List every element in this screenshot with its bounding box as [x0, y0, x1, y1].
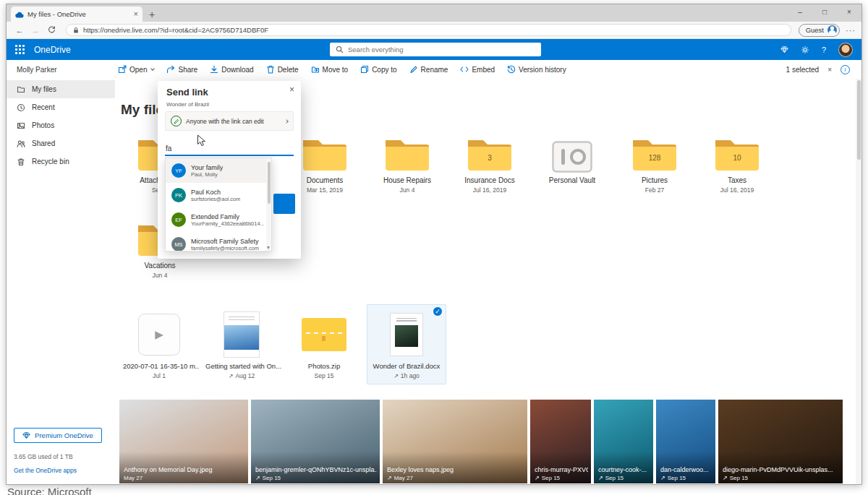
suggestion-item[interactable]: YF Your family Paul, Molly — [166, 158, 271, 183]
toolbar-button-icon — [360, 65, 369, 74]
suggestion-item[interactable]: PK Paul Koch surfstories@aol.com — [166, 183, 271, 207]
photo-date: Sep 15 — [542, 475, 560, 481]
app-launcher-icon[interactable] — [15, 45, 25, 54]
toolbar-button[interactable]: Copy to — [360, 65, 396, 74]
tab-close-icon[interactable]: × — [134, 10, 138, 18]
selection-status: 1 selected × i — [786, 65, 850, 74]
file-date: Jul 1 — [153, 372, 166, 379]
account-avatar[interactable] — [838, 43, 853, 57]
photo-tile[interactable]: Anthony on Memorial Day.jpeg May 27 — [119, 400, 248, 483]
new-tab-button[interactable]: + — [149, 9, 155, 20]
shared-icon — [255, 475, 260, 481]
sidebar-item-icon — [17, 121, 25, 130]
photo-meta: Sep 15 — [255, 475, 281, 481]
scrollbar-thumb[interactable] — [857, 80, 861, 160]
maximize-button[interactable]: □ — [812, 4, 837, 21]
dropdown-scrollbar[interactable] — [266, 158, 271, 251]
folder-tile[interactable]: 128 Pictures Feb 27 — [614, 135, 695, 194]
recipient-input[interactable]: fa — [165, 142, 294, 156]
photo-tile[interactable]: diego-marin-PvDMdPVVUik-unsplas... Sep 1… — [718, 400, 843, 483]
toolbar-button[interactable]: Move to — [311, 65, 349, 74]
folder-item-count: 128 — [614, 154, 695, 162]
get-apps-link[interactable]: Get the OneDrive apps — [14, 467, 109, 474]
shared-icon — [723, 475, 728, 481]
dialog-close-icon[interactable]: × — [289, 85, 294, 94]
window-close-button[interactable]: × — [837, 4, 861, 21]
back-icon[interactable]: ← — [12, 26, 27, 35]
dropdown-scrollbar-thumb[interactable] — [268, 162, 271, 204]
photo-tile[interactable]: chris-murray-PXVQ... Sep 15 — [530, 400, 591, 483]
toolbar-button[interactable]: Embed — [460, 65, 495, 74]
photo-tile[interactable]: benjamin-gremler-qONhYBVNz1c-unspla... S… — [251, 400, 380, 483]
photo-name: dan-calderwoo... — [660, 466, 712, 473]
folder-tile[interactable]: 3 Insurance Docs Jul 16, 2019 — [449, 135, 530, 194]
minimize-button[interactable]: – — [788, 4, 812, 21]
sidebar-item[interactable]: My files — [7, 80, 115, 98]
file-tile[interactable]: 2020-07-01 16-35-10 m... Jul 1 — [119, 304, 199, 384]
sidebar-item[interactable]: Photos — [7, 116, 115, 134]
file-meta: Sep 15 — [284, 372, 364, 384]
toolbar-button[interactable]: Delete — [266, 65, 299, 74]
photo-tile[interactable]: dan-calderwoo... Sep 15 — [656, 400, 715, 483]
file-tile[interactable]: Getting started with On... Aug 12 — [202, 304, 281, 384]
sidebar-item[interactable]: Recycle bin — [7, 152, 115, 171]
photo-tile[interactable]: courtney-cook-... Sep 15 — [594, 400, 653, 483]
file-name: Getting started with On... — [202, 362, 281, 370]
folder-name: Pictures — [614, 176, 695, 184]
file-name: Wonder of Brazil.docx — [367, 362, 446, 370]
file-meta: Aug 12 — [202, 372, 281, 384]
file-tile[interactable]: Wonder of Brazil.docx 1h ago — [367, 304, 446, 384]
photo-date: Sep 15 — [605, 475, 624, 481]
page-scrollbar[interactable] — [856, 79, 861, 484]
sidebar-item[interactable]: Shared — [7, 134, 115, 152]
premium-button[interactable]: Premium OneDrive — [14, 428, 102, 443]
toolbar-button[interactable]: Share — [166, 65, 197, 74]
folder-tile[interactable]: 10 Taxes Jul 16, 2019 — [697, 135, 778, 194]
sidebar-footer: Premium OneDrive 3.65 GB used of 1 TB Ge… — [14, 428, 109, 474]
toolbar-button[interactable]: Version history — [507, 65, 566, 74]
sidebar-item[interactable]: Recent — [7, 98, 115, 116]
browser-menu-icon[interactable]: ··· — [846, 26, 856, 35]
photo-meta: May 27 — [124, 475, 142, 481]
premium-icon[interactable] — [780, 46, 788, 53]
photo-tile[interactable]: Bexley loves naps.jpeg May 27 — [383, 400, 527, 483]
contact-text: Paul Koch surfstories@aol.com — [191, 189, 240, 202]
command-items: Open Share Download — [118, 65, 566, 74]
premium-gem-icon — [22, 431, 30, 439]
folder-name: Vacations — [119, 262, 200, 270]
dialog-subtitle: Wonder of Brazil — [166, 101, 209, 108]
folder-tile[interactable]: Personal Vault — [532, 135, 613, 194]
suggestion-item[interactable]: MS Microsoft Family Safety familysafety@… — [166, 232, 271, 251]
clear-selection-icon[interactable]: × — [827, 66, 832, 74]
chevron-right-icon — [284, 119, 289, 124]
toolbar-button[interactable]: Open — [118, 65, 154, 74]
settings-gear-icon[interactable] — [801, 46, 809, 54]
address-bar[interactable]: https://onedrive.live.com/?id=root&cid=2… — [66, 24, 791, 36]
help-icon[interactable]: ? — [822, 46, 826, 54]
guest-profile-button[interactable]: Guest — [799, 24, 840, 37]
photo-meta: Sep 15 — [723, 475, 748, 481]
browser-tab[interactable]: My files - OneDrive × — [11, 7, 142, 22]
file-tile[interactable]: Photos.zip Sep 15 — [284, 304, 364, 384]
browser-window: My files - OneDrive × + – □ × ← → https:… — [6, 4, 862, 485]
search-input[interactable] — [348, 46, 535, 53]
toolbar-button[interactable]: Rename — [409, 65, 448, 74]
folder-tile[interactable]: House Repairs Jun 4 — [367, 135, 448, 194]
toolbar-button[interactable]: Download — [210, 65, 253, 74]
send-button[interactable] — [273, 194, 295, 214]
photo-date: Sep 15 — [263, 475, 281, 481]
sidebar-item-icon — [17, 158, 25, 166]
toolbar-button-icon — [409, 65, 418, 74]
link-permission-selector[interactable]: Anyone with the link can edit — [165, 111, 294, 131]
selected-check-icon[interactable] — [433, 306, 443, 317]
suggestion-item[interactable]: EF Extended Family YourFamily_4362eea86b… — [166, 207, 271, 232]
forward-icon[interactable]: → — [28, 26, 43, 35]
onedrive-favicon — [15, 8, 24, 21]
folder-item-count: 3 — [449, 154, 530, 162]
scroll-down-arrow-icon[interactable] — [267, 246, 270, 249]
info-icon[interactable]: i — [841, 65, 850, 74]
contact-detail: Paul, Molly — [191, 171, 223, 178]
shared-icon — [660, 475, 665, 481]
refresh-icon[interactable] — [44, 26, 59, 34]
search-box[interactable] — [330, 43, 541, 56]
